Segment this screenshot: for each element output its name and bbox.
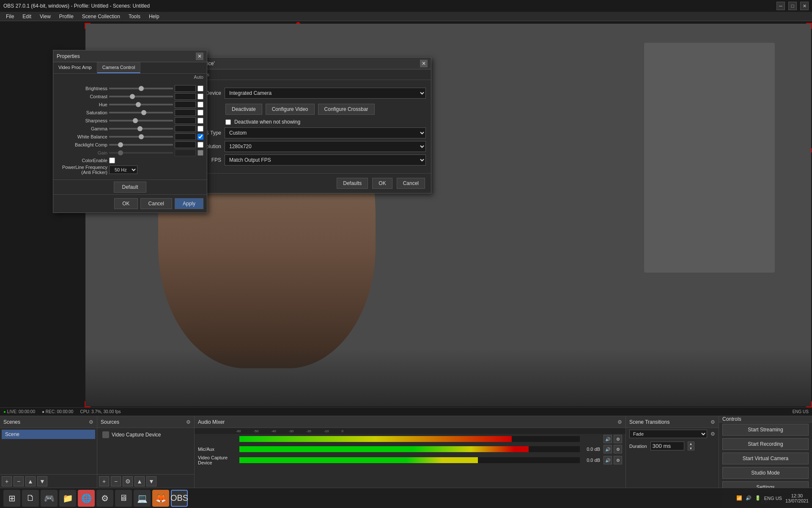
- default-button[interactable]: Default: [114, 182, 146, 193]
- taskbar-obs-icon[interactable]: OBS: [171, 490, 188, 507]
- properties-close-button[interactable]: ✕: [196, 52, 203, 60]
- taskbar-firefox-icon[interactable]: 🦊: [152, 490, 169, 507]
- backlight-comp-auto[interactable]: [198, 142, 203, 148]
- taskbar-file-icon[interactable]: 🗋: [22, 490, 39, 507]
- source-add-button[interactable]: +: [99, 476, 109, 486]
- maximize-button[interactable]: □: [788, 2, 797, 10]
- taskbar-app7-icon[interactable]: 💻: [134, 490, 151, 507]
- taskbar-app5-icon[interactable]: ⚙: [96, 490, 113, 507]
- taskbar-chrome-icon[interactable]: 🌐: [78, 490, 95, 507]
- audio-icons: 🔊 ⚙: [604, 435, 622, 443]
- white-balance-slider[interactable]: [109, 136, 173, 138]
- contrast-value[interactable]: 32: [175, 93, 196, 100]
- audio-config-button[interactable]: ⚙: [614, 456, 622, 464]
- window-controls: ─ □ ✕: [776, 2, 809, 10]
- saturation-slider[interactable]: [109, 112, 173, 113]
- menu-profile[interactable]: Profile: [55, 13, 78, 20]
- transitions-settings-icon[interactable]: ⚙: [710, 419, 715, 425]
- backlight-comp-slider[interactable]: [109, 144, 173, 146]
- scene-up-button[interactable]: ▲: [25, 476, 36, 486]
- transition-config-icon[interactable]: ⚙: [710, 431, 715, 437]
- menu-file[interactable]: File: [2, 13, 18, 20]
- source-up-button[interactable]: ▲: [134, 476, 145, 486]
- ok-button[interactable]: OK: [114, 198, 137, 209]
- menu-view[interactable]: View: [36, 13, 55, 20]
- scene-item[interactable]: Scene: [2, 430, 95, 439]
- configure-crossbar-button[interactable]: Configure Crossbar: [318, 104, 375, 115]
- duration-input[interactable]: [650, 442, 684, 450]
- source-item[interactable]: Video Capture Device: [99, 430, 192, 440]
- brightness-slider[interactable]: [109, 88, 173, 89]
- scene-remove-button[interactable]: −: [14, 476, 24, 486]
- sharpness-auto[interactable]: [198, 118, 203, 124]
- start-virtual-camera-button[interactable]: Start Virtual Camera: [722, 453, 809, 464]
- taskbar-xbox-icon[interactable]: 🎮: [41, 490, 58, 507]
- scenes-settings-icon[interactable]: ⚙: [89, 419, 93, 425]
- audio-mute-button[interactable]: 🔊: [604, 445, 612, 453]
- saturation-auto[interactable]: [198, 110, 203, 116]
- cancel-button[interactable]: Cancel: [140, 198, 172, 209]
- close-button[interactable]: ✕: [800, 2, 809, 10]
- hue-slider[interactable]: [109, 104, 173, 105]
- start-button[interactable]: ⊞: [3, 490, 20, 507]
- scenes-panel: Scenes ⚙ Scene + − ▲ ▼: [0, 416, 97, 488]
- sharpness-value[interactable]: 3: [175, 117, 196, 124]
- color-enable-checkbox[interactable]: [109, 157, 115, 163]
- menu-help[interactable]: Help: [145, 13, 164, 20]
- scene-down-button[interactable]: ▼: [37, 476, 47, 486]
- gamma-auto[interactable]: [198, 126, 203, 132]
- start-recording-button[interactable]: Start Recording: [722, 438, 809, 450]
- menu-edit[interactable]: Edit: [18, 13, 36, 20]
- duration-down-button[interactable]: ▼: [688, 446, 694, 450]
- powerline-dropdown[interactable]: 50 Hz 60 Hz: [109, 166, 137, 174]
- deactivate-checkbox[interactable]: [225, 119, 231, 125]
- backlight-comp-value[interactable]: 2: [175, 141, 196, 148]
- vcd-ok-button[interactable]: OK: [372, 178, 392, 189]
- source-properties-button[interactable]: ⚙: [123, 476, 133, 486]
- tab-camera-control[interactable]: Camera Control: [97, 62, 141, 73]
- audio-mute-button[interactable]: 🔊: [604, 435, 612, 443]
- audio-settings-icon[interactable]: ⚙: [617, 419, 622, 425]
- brightness-value[interactable]: 128: [175, 85, 196, 92]
- menu-scene-collection[interactable]: Scene Collection: [78, 13, 124, 20]
- sources-settings-icon[interactable]: ⚙: [186, 419, 191, 425]
- duration-up-button[interactable]: ▲: [688, 442, 694, 446]
- vcd-close-button[interactable]: ✕: [420, 60, 428, 67]
- contrast-slider[interactable]: [109, 96, 173, 97]
- sharpness-slider[interactable]: [109, 120, 173, 121]
- source-down-button[interactable]: ▼: [146, 476, 156, 486]
- taskbar-app6-icon[interactable]: 🖥: [115, 490, 132, 507]
- minimize-button[interactable]: ─: [776, 2, 785, 10]
- device-dropdown[interactable]: Integrated Camera: [225, 88, 426, 99]
- studio-mode-button[interactable]: Studio Mode: [722, 467, 809, 479]
- apply-button[interactable]: Apply: [175, 198, 203, 209]
- taskbar: ⊞ 🗋 🎮 📁 🌐 ⚙ 🖥 💻 🦊 OBS 📶 🔊 🔋 ENG US 12:30…: [0, 488, 812, 508]
- white-balance-value[interactable]: 4600: [175, 133, 196, 140]
- gamma-slider[interactable]: [109, 128, 173, 130]
- resolution-fps-dropdown[interactable]: Custom: [225, 127, 426, 138]
- audio-config-button[interactable]: ⚙: [614, 445, 622, 453]
- taskbar-folder-icon[interactable]: 📁: [59, 490, 76, 507]
- menu-tools[interactable]: Tools: [124, 13, 145, 20]
- transition-type-dropdown[interactable]: Fade: [629, 430, 707, 438]
- white-balance-auto[interactable]: [198, 134, 203, 140]
- brightness-auto[interactable]: [198, 86, 203, 91]
- source-remove-button[interactable]: −: [111, 476, 121, 486]
- tab-video-proc-amp[interactable]: Video Proc Amp: [53, 62, 97, 73]
- contrast-auto[interactable]: [198, 94, 203, 99]
- gamma-value[interactable]: 120: [175, 125, 196, 132]
- audio-mute-button[interactable]: 🔊: [604, 456, 612, 464]
- scene-add-button[interactable]: +: [2, 476, 12, 486]
- hue-value[interactable]: 0: [175, 101, 196, 108]
- hue-auto[interactable]: [198, 102, 203, 108]
- saturation-value[interactable]: 64: [175, 109, 196, 116]
- vcd-defaults-button[interactable]: Defaults: [337, 178, 368, 189]
- fps-dropdown[interactable]: Match Output FPS: [225, 155, 426, 166]
- audio-label: Audio Mixer: [198, 419, 225, 425]
- vcd-cancel-button[interactable]: Cancel: [397, 178, 425, 189]
- resolution-dropdown[interactable]: 1280x720: [225, 141, 426, 152]
- start-streaming-button[interactable]: Start Streaming: [722, 424, 809, 436]
- configure-video-button[interactable]: Configure Video: [266, 104, 315, 115]
- deactivate-button[interactable]: Deactivate: [225, 104, 262, 115]
- audio-config-button[interactable]: ⚙: [614, 435, 622, 443]
